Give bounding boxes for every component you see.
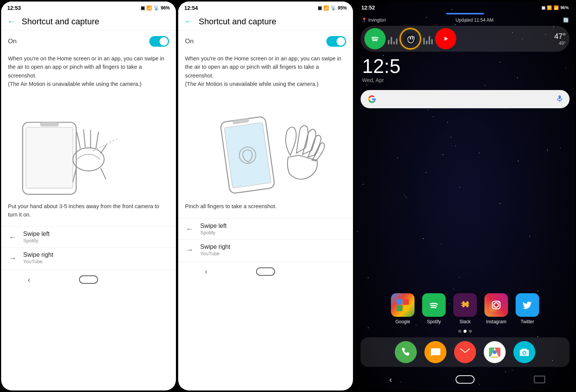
bottom-dock: [361, 337, 570, 367]
chrome-dock-icon[interactable]: [484, 341, 506, 363]
bar8: [431, 39, 433, 44]
google-search-bar[interactable]: [361, 90, 570, 108]
wifi-icon-2: 📶: [323, 5, 329, 11]
description-2: When you're on the Home screen or in an …: [178, 52, 353, 94]
spotify-media-icon[interactable]: [364, 28, 386, 49]
toggle-label-2: On: [185, 38, 194, 45]
twitter-label: Twitter: [521, 319, 534, 324]
bar3: [393, 41, 395, 44]
home-screen: 12:52 ▣ 🛜 📶 96% 📍 Irvington Updated 11:5…: [355, 2, 575, 390]
swipe-items-1: ← Swipe left Spotify → Swipe right YouTu…: [1, 225, 176, 270]
home-signal-icon: ▣: [541, 5, 545, 10]
swipe-left-text-2: Swipe left Spotify: [200, 223, 226, 236]
top-bar-2: ← Shortcut and capture: [178, 13, 353, 31]
temp-display: 47° 49°: [459, 32, 566, 46]
swipe-left-app-2: Spotify: [200, 230, 226, 236]
toggle-row-2: On: [178, 31, 353, 52]
illustration-1: [1, 94, 176, 200]
swipe-right-text-2: Swipe right YouTube: [200, 243, 230, 256]
media-row: 47° 49°: [361, 26, 570, 52]
weather-strip: 📍 Irvington Updated 11:54 AM 🔄: [355, 16, 575, 24]
bottom-nav-2: ‹: [178, 262, 353, 283]
spotify-app-icon[interactable]: Spotify: [422, 293, 446, 324]
battery-1: 96%: [161, 5, 170, 11]
svg-point-30: [498, 302, 500, 303]
home-bars-icon: 📶: [554, 5, 559, 10]
swipe-left-label-1: Swipe left: [23, 231, 49, 237]
dot-2-active: [464, 330, 467, 333]
location-text: Irvington: [368, 17, 386, 23]
gmail-dock-icon[interactable]: [454, 341, 476, 363]
svg-point-34: [493, 350, 497, 354]
battery-2: 95%: [338, 5, 347, 11]
twitter-app-icon[interactable]: Twitter: [516, 293, 539, 324]
panel2: 12:54 ▣ 📶 📡 95% ← Shortcut and capture O…: [178, 2, 353, 390]
bar5: [423, 38, 425, 44]
instagram-app-icon[interactable]: Instagram: [484, 293, 508, 324]
app-dock: Google Spotify Slack: [355, 289, 575, 328]
bar4: [396, 38, 397, 44]
google-app-icon[interactable]: Google: [391, 293, 415, 324]
dot-1: [458, 330, 461, 333]
svg-rect-24: [403, 305, 409, 311]
slack-app-icon[interactable]: Slack: [453, 293, 477, 324]
swipe-right-2[interactable]: → Swipe right YouTube: [178, 239, 353, 260]
swipe-left-text-1: Swipe left Spotify: [23, 231, 49, 243]
illustration-2: [178, 94, 353, 200]
camera-dock-icon[interactable]: [513, 341, 535, 363]
gesture-media-icon[interactable]: [400, 28, 421, 49]
home-nav-2[interactable]: [256, 267, 275, 276]
swipe-left-label-2: Swipe left: [200, 223, 226, 229]
svg-line-10: [101, 168, 106, 179]
back-nav-1[interactable]: ‹: [23, 274, 35, 285]
signal-icon-2: ▣: [318, 5, 322, 11]
svg-rect-22: [403, 299, 409, 305]
spotify-label: Spotify: [427, 319, 441, 324]
star: [537, 336, 538, 337]
svg-line-7: [96, 132, 99, 148]
swipe-right-1[interactable]: → Swipe right YouTube: [1, 247, 176, 268]
google-icon: [391, 293, 415, 317]
messages-dock-icon[interactable]: [424, 341, 446, 363]
home-back-nav[interactable]: ‹: [385, 374, 396, 385]
svg-rect-27: [489, 298, 503, 312]
page-title-2: Shortcut and capture: [199, 17, 276, 27]
toggle-label-1: On: [8, 38, 17, 45]
back-button-2[interactable]: ←: [184, 17, 193, 27]
instagram-icon: [484, 293, 508, 317]
toggle-knob-2: [337, 37, 345, 46]
refresh-icon[interactable]: 🔄: [563, 17, 569, 23]
swipe-left-1[interactable]: ← Swipe left Spotify: [1, 226, 176, 247]
home-home-nav[interactable]: [456, 375, 475, 384]
back-button-1[interactable]: ←: [7, 17, 16, 27]
google-mic-icon[interactable]: [556, 95, 563, 104]
home-nav-1[interactable]: [79, 275, 98, 284]
temp-high: 47°: [459, 32, 566, 41]
spotify-icon: [422, 293, 446, 317]
home-status-bar: 12:52 ▣ 🛜 📶 96%: [355, 2, 575, 12]
svg-point-36: [523, 352, 525, 354]
swipe-left-2[interactable]: ← Swipe left Spotify: [178, 218, 353, 239]
back-nav-2[interactable]: ‹: [200, 266, 212, 277]
phone-dock-icon[interactable]: [395, 341, 417, 363]
caption-1: Put your hand about 3-5 inches away from…: [1, 200, 176, 225]
status-bar-1: 12:53 ▣ 📶 📡 96%: [1, 2, 176, 13]
description-1: When you're on the Home screen or in an …: [1, 52, 176, 94]
temp-low: 49°: [459, 41, 566, 46]
bar2: [391, 37, 392, 44]
home-recents-nav[interactable]: [534, 376, 545, 383]
signal-icon: ▣: [141, 5, 145, 11]
toggle-switch-2[interactable]: [326, 36, 346, 47]
swipe-right-label-2: Swipe right: [200, 243, 230, 250]
status-bar-2: 12:54 ▣ 📶 📡 95%: [178, 2, 353, 13]
location-label: 📍 Irvington: [361, 17, 386, 23]
bar1: [388, 40, 389, 44]
youtube-media-icon[interactable]: [435, 28, 456, 49]
left-arrow-icon-1: ←: [8, 233, 17, 242]
google-label: Google: [396, 319, 410, 324]
toggle-switch-1[interactable]: [149, 36, 169, 47]
toggle-knob-1: [160, 37, 168, 46]
wifi-icon: 📶: [146, 5, 152, 11]
status-icons-1: ▣ 📶 📡 96%: [141, 5, 170, 11]
swipe-right-app-2: YouTube: [200, 251, 230, 256]
